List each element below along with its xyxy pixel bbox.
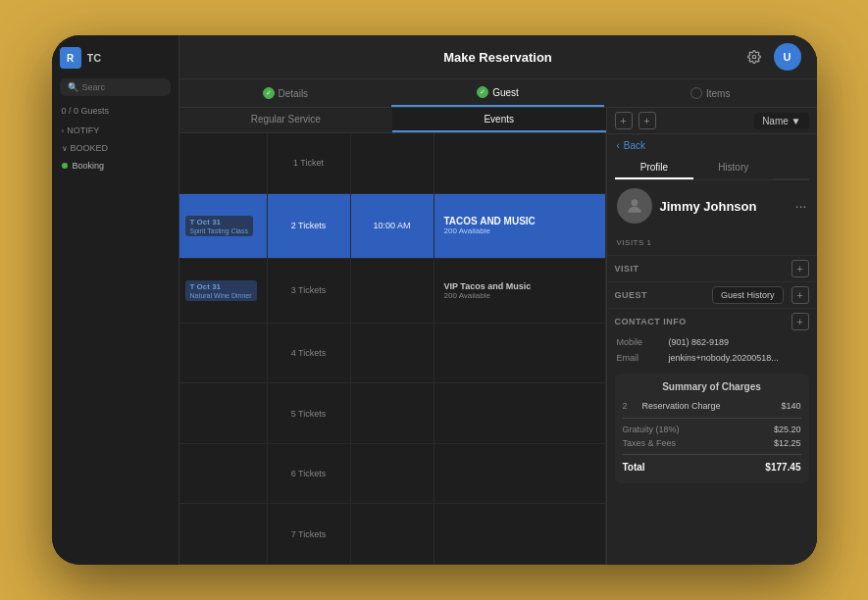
- booked-label: ∨ BOOKED: [62, 143, 169, 153]
- summary-box: Summary of Charges 2 Reservation Charge …: [615, 374, 809, 483]
- items-check-icon: [690, 87, 702, 99]
- ticket-count-0: 1 Ticket: [293, 158, 324, 168]
- cal-event-title-1[interactable]: TACOS AND MUSIC 200 Available: [434, 194, 606, 260]
- summary-title: Summary of Charges: [623, 381, 801, 392]
- summary-divider-2: [623, 454, 801, 455]
- cal-title-6: [434, 504, 606, 565]
- settings-icon[interactable]: [742, 45, 766, 69]
- cal-event-5: [179, 444, 268, 505]
- main-content: Make Reservation U ✓ Details: [179, 35, 817, 565]
- contact-section-row: CONTACT INFO +: [607, 308, 817, 334]
- event-tag-name: Spirit Tasting Class: [190, 227, 248, 234]
- visits-area: VISITS 1: [607, 231, 817, 255]
- cal-event-4: [179, 383, 268, 444]
- sidebar-title: TC: [87, 52, 102, 64]
- modal-title: Make Reservation: [254, 50, 742, 65]
- cal-tickets-0[interactable]: 1 Ticket: [268, 133, 351, 194]
- guest-header: Jimmy Johnson ···: [607, 180, 817, 231]
- guest-stats: 0 / 0 Guests: [52, 104, 179, 122]
- event-main-title: TACOS AND MUSIC: [444, 216, 536, 226]
- cal-title-3: [434, 324, 606, 384]
- cal-title-2[interactable]: VIP Tacos and Music 200 Available: [434, 259, 606, 324]
- cal-event-1[interactable]: T Oct 31 Spirit Tasting Class: [179, 194, 268, 260]
- booking-status-dot: [62, 163, 68, 169]
- cal-event-3: [179, 324, 268, 384]
- profile-tabs: Profile History: [615, 157, 809, 180]
- tab-items[interactable]: Items: [604, 79, 817, 107]
- taxes-row: Taxes & Fees $12.25: [623, 436, 801, 450]
- details-check-icon: ✓: [263, 87, 275, 99]
- total-value: $177.45: [765, 462, 800, 473]
- email-label: Email: [617, 353, 661, 363]
- search-icon: 🔍: [68, 82, 78, 92]
- notify-section[interactable]: › NOTIFY: [52, 122, 179, 139]
- visit-section-row: VISIT +: [607, 255, 817, 281]
- search-input[interactable]: [82, 82, 163, 92]
- cal-event-2[interactable]: T Oct 31 Natural Wine Dinner: [179, 259, 268, 324]
- cal-tickets-2[interactable]: 3 Tickets: [268, 259, 351, 324]
- calendar-panel: Regular Service Events 1 Ticket: [179, 108, 606, 565]
- svg-point-1: [631, 199, 638, 206]
- right-panel-top: + + Name ▼: [607, 108, 817, 134]
- event-tag-2: T Oct 31 Natural Wine Dinner: [185, 280, 257, 301]
- guest-section-row: GUEST Guest History +: [607, 281, 817, 308]
- charge-qty: 2: [623, 401, 637, 411]
- visit-add-btn[interactable]: +: [791, 260, 809, 277]
- event-tag-1: T Oct 31 Spirit Tasting Class: [185, 216, 253, 236]
- cal-event-6: [179, 504, 268, 565]
- add-row-btn-2[interactable]: +: [638, 112, 656, 129]
- booked-arrow: ∨: [62, 144, 68, 153]
- sidebar-search-container[interactable]: 🔍: [60, 78, 171, 96]
- gratuity-label: Gratuity (18%): [623, 425, 774, 434]
- cal-time-2: [351, 259, 434, 324]
- cal-tickets-1[interactable]: 2 Tickets: [268, 194, 351, 260]
- charge-price: $140: [781, 401, 800, 411]
- guest-name: Jimmy Johnson: [660, 199, 757, 214]
- gratuity-value: $25.20: [774, 425, 801, 434]
- tab-bar: ✓ Details ✓ Guest Items: [179, 79, 817, 108]
- email-row: Email jenkins+nobody.20200518...: [607, 350, 817, 366]
- name-sort-dropdown[interactable]: Name ▼: [754, 113, 808, 129]
- ticket-count-6: 7 Tickets: [291, 529, 327, 539]
- guest-history-button[interactable]: Guest History: [712, 286, 784, 304]
- cal-time-6: [351, 504, 434, 565]
- profile-tab-history[interactable]: History: [693, 157, 773, 179]
- cal-time-5: [351, 444, 434, 505]
- contact-add-btn[interactable]: +: [791, 313, 809, 330]
- cal-tickets-3[interactable]: 4 Tickets: [268, 324, 351, 384]
- mobile-label: Mobile: [617, 337, 661, 347]
- add-row-btn-1[interactable]: +: [615, 112, 633, 129]
- cal-tickets-4[interactable]: 5 Tickets: [268, 383, 351, 444]
- cal-tickets-5[interactable]: 6 Tickets: [268, 444, 351, 505]
- cal-event-0: [179, 133, 268, 194]
- notify-label: › NOTIFY: [62, 125, 169, 135]
- visits-label: VISITS 1: [617, 238, 652, 247]
- cal-time-value-1: 10:00 AM: [373, 221, 410, 230]
- guest-more-btn[interactable]: ···: [795, 198, 807, 214]
- user-avatar-btn[interactable]: U: [774, 43, 801, 71]
- summary-divider-1: [623, 418, 801, 419]
- tab-guest[interactable]: ✓ Guest: [391, 79, 604, 107]
- ticket-count-4: 5 Tickets: [291, 409, 327, 419]
- svg-point-0: [752, 55, 756, 59]
- contact-section-label: CONTACT INFO: [615, 317, 788, 326]
- cal-time-0: [351, 133, 434, 194]
- profile-tab-profile[interactable]: Profile: [615, 157, 694, 179]
- booking-item[interactable]: Booking: [52, 157, 179, 175]
- calendar-columns: 1 Ticket T Oct 31 Spirit Tasting Class: [179, 133, 606, 565]
- sidebar: R TC 🔍 0 / 0 Guests › NOTIFY ∨ BOOKED: [52, 35, 179, 565]
- gratuity-row: Gratuity (18%) $25.20: [623, 423, 801, 436]
- cal-tickets-6[interactable]: 7 Tickets: [268, 504, 351, 565]
- service-tab-events[interactable]: Events: [392, 108, 606, 132]
- cal-time-1: 10:00 AM: [351, 194, 434, 260]
- booked-section[interactable]: ∨ BOOKED: [52, 139, 179, 157]
- service-tab-regular[interactable]: Regular Service: [179, 108, 393, 132]
- event-tag-prefix: T Oct 31: [190, 218, 248, 226]
- back-button[interactable]: ‹ Back: [607, 134, 817, 157]
- calendar-grid[interactable]: 1 Ticket T Oct 31 Spirit Tasting Class: [179, 133, 606, 565]
- app-logo: R: [60, 47, 81, 69]
- cal-title-0: [434, 133, 606, 194]
- tab-details[interactable]: ✓ Details: [179, 79, 392, 107]
- guest-add-btn[interactable]: +: [791, 286, 809, 304]
- modal-header-icons: U: [742, 43, 801, 71]
